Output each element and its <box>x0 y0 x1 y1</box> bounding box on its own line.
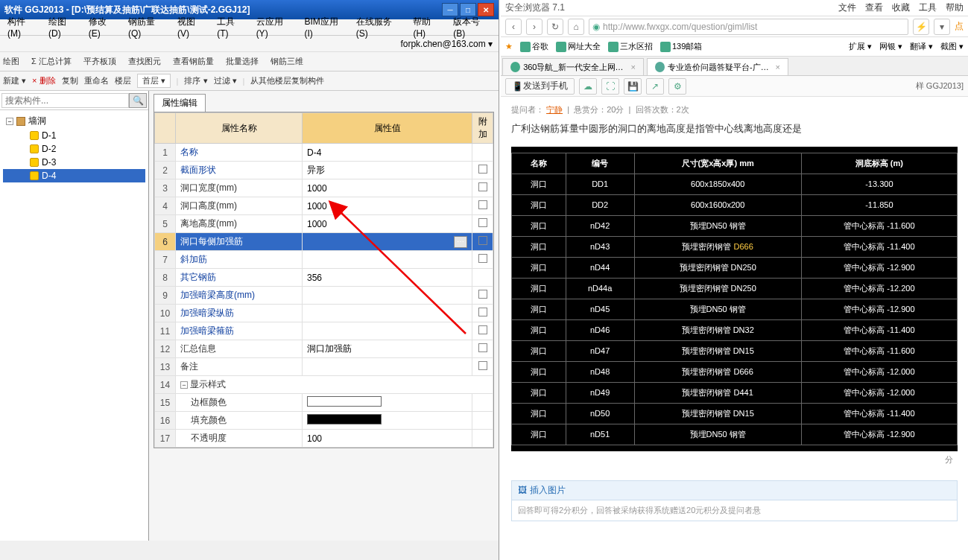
property-tab[interactable]: 属性编辑 <box>154 94 206 112</box>
menu-item[interactable]: 绘图(D) <box>44 14 83 40</box>
toolbar-button[interactable]: Σ 汇总计算 <box>31 56 72 67</box>
bookmark-item[interactable]: 三水区招 <box>608 41 653 52</box>
browser-menu-item[interactable]: 收藏 <box>892 1 910 14</box>
toolbar-button[interactable]: 平齐板顶 <box>83 56 116 67</box>
forward-button[interactable]: › <box>526 19 542 35</box>
property-row[interactable]: 17不透明度100 <box>155 430 493 448</box>
tree-item[interactable]: D-4 <box>3 169 145 182</box>
property-value[interactable] <box>303 305 472 322</box>
checkbox[interactable] <box>478 361 487 370</box>
toolbar-button[interactable]: 查看钢筋量 <box>173 56 214 67</box>
property-value[interactable]: 1000 <box>303 215 472 233</box>
send-to-phone-button[interactable]: 📱 发送到手机 <box>505 78 575 95</box>
bookmark-item[interactable]: 网址大全 <box>556 41 601 52</box>
search-button[interactable]: 🔍 <box>129 93 147 108</box>
collapse-icon[interactable]: − <box>6 118 13 125</box>
gear-icon[interactable]: ⚙ <box>668 78 686 95</box>
fullscreen-icon[interactable]: ⛶ <box>601 78 619 95</box>
checkbox[interactable] <box>478 218 487 227</box>
search-input[interactable] <box>1 93 129 108</box>
property-value[interactable]: 洞口加强筋 <box>303 340 472 358</box>
checkbox[interactable] <box>478 325 487 334</box>
menu-item[interactable]: 构件(M) <box>3 14 42 40</box>
checkbox[interactable] <box>478 165 487 174</box>
menu-item[interactable]: 版本号(B) <box>449 14 496 40</box>
bookmark-tool[interactable]: 截图 ▾ <box>940 41 964 52</box>
new-button[interactable]: 新建 ▾ <box>3 75 26 86</box>
checkbox[interactable] <box>478 343 487 352</box>
home-button[interactable]: ⌂ <box>568 19 584 35</box>
property-value[interactable] <box>303 287 472 305</box>
tab-close-icon[interactable]: × <box>631 63 636 71</box>
star-button[interactable]: 点 <box>955 20 964 33</box>
property-value[interactable] <box>303 358 472 376</box>
share-icon[interactable]: ↗ <box>646 78 664 95</box>
filter-button[interactable]: 过滤 ▾ <box>214 75 237 86</box>
toolbar-button[interactable]: 查找图元 <box>128 56 161 67</box>
property-row[interactable]: 12汇总信息洞口加强筋 <box>155 340 493 358</box>
property-row[interactable]: 4洞口高度(mm)1000 <box>155 197 493 215</box>
user-email[interactable]: forpk.chen@163.com ▾ <box>400 39 493 49</box>
url-bar[interactable]: ◉ http://www.fwxgx.com/question/giml/lis… <box>589 19 908 35</box>
property-value[interactable] <box>303 251 472 269</box>
tree-root[interactable]: − 墙洞 <box>3 113 145 129</box>
sort-button[interactable]: 排序 ▾ <box>184 75 207 86</box>
property-row[interactable]: 10加强暗梁纵筋 <box>155 305 493 322</box>
property-value[interactable]: 异形 <box>303 162 472 179</box>
checkbox[interactable] <box>478 308 487 316</box>
property-row[interactable]: 3洞口宽度(mm)1000 <box>155 179 493 197</box>
property-row[interactable]: 11加强暗梁箍筋 <box>155 322 493 340</box>
property-row[interactable]: 8其它钢筋356 <box>155 269 493 287</box>
cloud-icon[interactable]: ☁ <box>579 78 597 95</box>
insert-image-bar[interactable]: 🖼 插入图片 <box>512 481 957 500</box>
menu-item[interactable]: 在线服务(S) <box>352 14 408 40</box>
property-row[interactable]: 5离地高度(mm)1000 <box>155 215 493 233</box>
property-row[interactable]: 7斜加筋 <box>155 251 493 269</box>
menu-item[interactable]: 云应用(Y) <box>252 14 299 40</box>
property-value[interactable]: D-4 <box>303 144 472 162</box>
bookmark-item[interactable]: 139邮箱 <box>660 41 702 52</box>
bookmark-item[interactable]: 谷歌 <box>520 41 548 52</box>
bookmark-tool[interactable]: 翻译 ▾ <box>910 41 933 52</box>
browser-tab[interactable]: 专业造价问题答疑平台-广联达× <box>647 58 788 75</box>
copy-button[interactable]: 复制 <box>62 75 78 86</box>
property-row[interactable]: 15边框颜色 <box>155 394 493 412</box>
tree-item[interactable]: D-2 <box>3 142 145 156</box>
checkbox[interactable] <box>478 236 487 245</box>
save-icon[interactable]: 💾 <box>624 78 642 95</box>
browser-menu-item[interactable]: 工具 <box>919 1 937 14</box>
property-row[interactable]: 6洞口每侧加强筋⋯ <box>155 233 493 251</box>
asker-link[interactable]: 宁静 <box>546 105 563 114</box>
property-value[interactable]: 1000 <box>303 197 472 215</box>
property-row[interactable]: 2截面形状异形 <box>155 162 493 179</box>
toolbar-button[interactable]: 批量选择 <box>226 56 259 67</box>
browser-menu-item[interactable]: 查看 <box>865 1 883 14</box>
reload-button[interactable]: ↻ <box>547 19 563 35</box>
property-row[interactable]: 13备注 <box>155 358 493 376</box>
menu-item[interactable]: 钢筋量(Q) <box>124 14 171 40</box>
tree-item[interactable]: D-1 <box>3 129 145 142</box>
checkbox[interactable] <box>478 254 487 263</box>
property-value[interactable]: 356 <box>303 269 472 287</box>
menu-item[interactable]: 视图(V) <box>173 14 211 40</box>
color-swatch[interactable] <box>307 414 382 424</box>
bookmark-tool[interactable]: 扩展 ▾ <box>849 41 872 52</box>
floor-select[interactable]: 首层 ▾ <box>137 74 171 88</box>
dropdown-icon[interactable]: ▾ <box>934 19 950 35</box>
menu-item[interactable]: 修改(E) <box>84 14 122 40</box>
tab-close-icon[interactable]: × <box>776 63 780 71</box>
menu-item[interactable]: BIM应用(I) <box>300 14 349 40</box>
browser-tab[interactable]: 360导航_新一代安全上网导航× <box>502 58 644 75</box>
lightning-icon[interactable]: ⚡ <box>913 19 929 35</box>
bookmark-tool[interactable]: 网银 ▾ <box>879 41 902 52</box>
browser-menu-item[interactable]: 帮助 <box>946 1 964 14</box>
color-swatch[interactable] <box>307 396 382 407</box>
display-group[interactable]: − 显示样式 <box>176 376 493 394</box>
checkbox[interactable] <box>478 182 487 191</box>
copy-from-button[interactable]: 从其他楼层复制构件 <box>250 75 324 86</box>
delete-button[interactable]: × 删除 <box>32 75 55 86</box>
toolbar-button[interactable]: 钢筋三维 <box>271 56 303 67</box>
property-value[interactable]: 1000 <box>303 179 472 197</box>
ellipsis-button[interactable]: ⋯ <box>454 236 467 248</box>
property-row[interactable]: 1名称D-4 <box>155 144 493 162</box>
